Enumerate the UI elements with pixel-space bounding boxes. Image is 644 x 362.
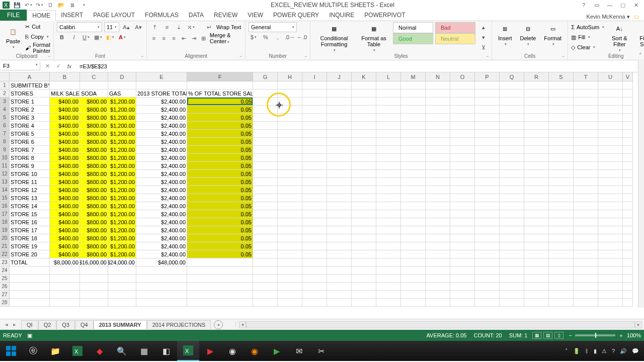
merge-center-button[interactable]: Merge & Center: [210, 32, 242, 44]
tab-formulas[interactable]: FORMULAS: [140, 10, 184, 21]
cell[interactable]: [623, 98, 633, 106]
formula-input[interactable]: =E3/$E$23: [76, 62, 635, 70]
cell[interactable]: STORE 1: [10, 98, 50, 106]
cell[interactable]: [623, 89, 633, 98]
cell[interactable]: [278, 234, 302, 242]
cell[interactable]: [401, 154, 426, 162]
cell[interactable]: [549, 194, 574, 202]
cell[interactable]: $1,200.00: [108, 234, 136, 242]
cell[interactable]: $2,400.00: [136, 250, 187, 258]
cell[interactable]: [302, 234, 327, 242]
cell[interactable]: [376, 138, 401, 146]
cell[interactable]: [500, 283, 524, 291]
font-name-select[interactable]: Calibri: [57, 22, 102, 32]
cell[interactable]: [574, 258, 598, 266]
cell[interactable]: $24,000.00: [108, 258, 136, 266]
cell[interactable]: [524, 130, 549, 138]
cell[interactable]: [80, 275, 108, 283]
row-header[interactable]: 5: [0, 114, 10, 122]
cell[interactable]: [549, 98, 574, 106]
cell[interactable]: [623, 266, 633, 275]
cell[interactable]: $800.00: [80, 194, 108, 202]
cell[interactable]: [598, 106, 623, 114]
cell[interactable]: [302, 162, 327, 170]
macro-record-icon[interactable]: ▣: [27, 332, 32, 339]
font-size-select[interactable]: 11: [104, 22, 119, 32]
cell[interactable]: [475, 162, 500, 170]
cell[interactable]: [327, 154, 352, 162]
cell[interactable]: STORE 16: [10, 218, 50, 226]
cell[interactable]: [598, 210, 623, 218]
cell[interactable]: [598, 122, 623, 130]
cell[interactable]: $800.00: [80, 146, 108, 154]
cell[interactable]: 0.05: [187, 186, 253, 194]
cell[interactable]: [623, 162, 633, 170]
decrease-decimal-icon[interactable]: ←.0: [297, 32, 307, 42]
tab-insert[interactable]: INSERT: [56, 10, 88, 21]
cell[interactable]: [352, 154, 376, 162]
cell[interactable]: [401, 89, 426, 98]
cell[interactable]: $1,200.00: [108, 162, 136, 170]
style-normal[interactable]: Normal: [393, 22, 433, 33]
cell[interactable]: [10, 266, 50, 275]
cell[interactable]: STORE 2: [10, 106, 50, 114]
view-normal-icon[interactable]: ▦: [532, 332, 541, 339]
view-pagelayout-icon[interactable]: ▤: [543, 332, 552, 339]
cell[interactable]: [450, 162, 475, 170]
cell[interactable]: [302, 146, 327, 154]
cell[interactable]: [450, 114, 475, 122]
delete-cells-button[interactable]: ⊟Delete: [517, 22, 539, 47]
cell[interactable]: [253, 234, 278, 242]
cell[interactable]: [401, 81, 426, 89]
font-color-button[interactable]: A: [117, 32, 127, 42]
cell[interactable]: [524, 291, 549, 299]
cell[interactable]: [475, 266, 500, 275]
cell[interactable]: [253, 242, 278, 250]
row-header[interactable]: 9: [0, 146, 10, 154]
cell[interactable]: $400.00: [50, 106, 80, 114]
cell[interactable]: [352, 98, 376, 106]
cell[interactable]: [500, 291, 524, 299]
cell[interactable]: [549, 89, 574, 98]
cell[interactable]: [426, 130, 450, 138]
cell[interactable]: [450, 170, 475, 178]
cell[interactable]: [574, 114, 598, 122]
cell[interactable]: $800.00: [80, 170, 108, 178]
column-header-G[interactable]: G: [253, 72, 278, 81]
cell[interactable]: 0.05: [187, 138, 253, 146]
cell[interactable]: [450, 210, 475, 218]
cell[interactable]: [549, 242, 574, 250]
tab-view[interactable]: VIEW: [243, 10, 268, 21]
cell[interactable]: [450, 266, 475, 275]
cell[interactable]: $1,200.00: [108, 114, 136, 122]
snip-icon[interactable]: ✂: [310, 341, 332, 361]
cell[interactable]: [623, 202, 633, 210]
cell[interactable]: 0.05: [187, 194, 253, 202]
network-icon[interactable]: ▮: [594, 348, 597, 354]
cell[interactable]: [598, 250, 623, 258]
cell[interactable]: [549, 283, 574, 291]
cell[interactable]: [524, 242, 549, 250]
cell[interactable]: [524, 194, 549, 202]
cell[interactable]: $400.00: [50, 114, 80, 122]
cell[interactable]: [450, 81, 475, 89]
cell[interactable]: [450, 202, 475, 210]
styles-more-icon[interactable]: ⊻: [478, 42, 489, 52]
cell[interactable]: [623, 114, 633, 122]
styles-row-up-icon[interactable]: ▴: [478, 22, 489, 32]
cell[interactable]: [327, 178, 352, 186]
row-header[interactable]: 12: [0, 170, 10, 178]
row-header[interactable]: 4: [0, 106, 10, 114]
cell[interactable]: [376, 186, 401, 194]
cell[interactable]: [401, 218, 426, 226]
cell[interactable]: [500, 266, 524, 275]
cell[interactable]: [278, 130, 302, 138]
cell[interactable]: [401, 299, 426, 307]
cell[interactable]: [500, 122, 524, 130]
row-header[interactable]: 26: [0, 283, 10, 291]
cell[interactable]: $400.00: [50, 194, 80, 202]
cell[interactable]: $800.00: [80, 234, 108, 242]
row-header[interactable]: 24: [0, 266, 10, 275]
cell[interactable]: [500, 114, 524, 122]
qat-customize[interactable]: [79, 1, 88, 9]
